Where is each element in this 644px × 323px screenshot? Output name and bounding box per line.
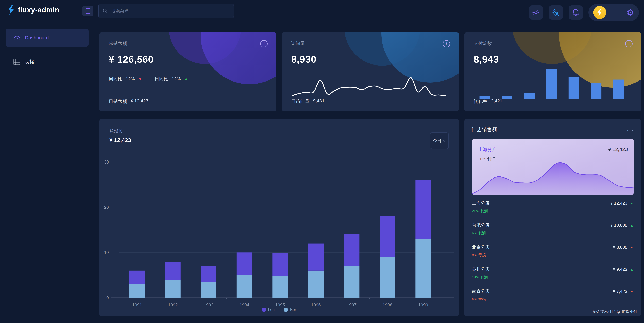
topbar: fluxy-admin bbox=[0, 0, 644, 22]
collapse-menu-button[interactable] bbox=[82, 6, 94, 16]
store-value: ¥ 12,423 bbox=[608, 146, 628, 152]
trend-icon: ▲ bbox=[630, 201, 634, 205]
payments-card: i 支付笔数 8,943 转化率 2,421 bbox=[464, 32, 641, 112]
day-on-day-metric: 日同比 12% ▲ bbox=[155, 76, 188, 82]
avatar[interactable] bbox=[593, 6, 606, 19]
sidebar: Dashboard 表格 bbox=[0, 22, 94, 323]
sun-icon bbox=[532, 9, 540, 16]
total-growth-card: 总增长 ¥ 12,423 今日 302010019911992199319941… bbox=[99, 119, 459, 316]
legend-item-lon[interactable]: Lon bbox=[262, 307, 274, 312]
svg-text:A: A bbox=[556, 12, 559, 17]
svg-text:10: 10 bbox=[104, 250, 109, 255]
sidebar-item-label: Dashboard bbox=[25, 35, 49, 41]
trend-icon: ▲ bbox=[630, 223, 634, 227]
translate-icon: 文 A bbox=[552, 9, 560, 17]
trend-icon: ▲ bbox=[630, 267, 634, 271]
store-row[interactable]: 北京分店 ¥ 8,000▼ 8% 亏损 bbox=[472, 240, 634, 262]
total-sales-card: i 总销售额 ¥ 126,560 周同比 12% ▼ 日同比 12% ▲ 日销售… bbox=[99, 32, 276, 112]
svg-text:1993: 1993 bbox=[204, 302, 214, 307]
store-row[interactable]: 苏州分店 ¥ 9,423▲ 14% 利润 bbox=[472, 262, 634, 284]
avatar-lightning-icon bbox=[597, 9, 602, 16]
chevron-down-icon bbox=[443, 140, 446, 142]
sidebar-item-label: 表格 bbox=[24, 59, 34, 65]
svg-text:1992: 1992 bbox=[168, 302, 178, 307]
store-list: 上海分店 ¥ 12,423▲ 20% 利润 合肥分店 ¥ 10,000▲ 6% … bbox=[472, 196, 634, 306]
visits-card: i 访问量 8,930 日访问量 9,431 bbox=[282, 32, 459, 112]
brand-name: fluxy-admin bbox=[18, 6, 60, 14]
svg-text:20: 20 bbox=[104, 205, 109, 210]
legend-swatch bbox=[284, 308, 288, 311]
svg-text:1996: 1996 bbox=[311, 302, 321, 307]
growth-title: 总增长 bbox=[110, 128, 449, 134]
stat-title: 访问量 bbox=[291, 41, 450, 47]
store-name: 上海分店 bbox=[478, 146, 497, 153]
store-sales-panel: 门店销售额 ··· 上海分店 ¥ 12,423 20% 利润 上海分店 ¥ 12… bbox=[464, 119, 641, 316]
stat-footer: 日访问量 9,431 bbox=[291, 93, 450, 104]
stacked-bar-chart: 3020100199119921993199419951996199719981… bbox=[99, 153, 459, 310]
sales-metrics: 周同比 12% ▼ 日同比 12% ▲ bbox=[109, 76, 267, 82]
info-icon[interactable]: i bbox=[625, 40, 632, 48]
store-row[interactable]: 南京分店 ¥ 7,423▼ 6% 亏损 bbox=[472, 284, 634, 306]
trend-icon: ▼ bbox=[138, 77, 142, 81]
panel-title: 门店销售额 bbox=[472, 126, 497, 133]
week-on-week-metric: 周同比 12% ▼ bbox=[109, 76, 142, 82]
topbar-actions: 文 A ⚙ bbox=[529, 4, 639, 21]
search-input[interactable] bbox=[111, 9, 230, 14]
trend-icon: ▲ bbox=[184, 77, 188, 81]
settings-gear-icon[interactable]: ⚙ bbox=[626, 8, 634, 17]
stat-value: 8,930 bbox=[291, 54, 450, 65]
stat-title: 总销售额 bbox=[109, 41, 267, 47]
legend-item-bor[interactable]: Bor bbox=[284, 307, 296, 312]
store-row[interactable]: 合肥分店 ¥ 10,000▲ 6% 利润 bbox=[472, 218, 634, 240]
svg-text:1991: 1991 bbox=[132, 302, 142, 307]
brand-logo: fluxy-admin bbox=[8, 5, 60, 15]
chart-legend: Lon Bor bbox=[99, 307, 459, 312]
menu-search bbox=[98, 4, 234, 18]
store-note: 14% 利润 bbox=[472, 275, 634, 280]
sidebar-item-table[interactable]: 表格 bbox=[6, 53, 88, 71]
store-note: 6% 亏损 bbox=[472, 297, 634, 302]
trend-icon: ▼ bbox=[630, 245, 634, 249]
svg-text:1995: 1995 bbox=[275, 302, 285, 307]
stat-footer: 日销售额 ¥ 12,423 bbox=[109, 93, 267, 104]
user-settings-pill: ⚙ bbox=[588, 4, 639, 21]
date-range-select[interactable]: 今日 bbox=[430, 132, 449, 149]
store-row[interactable]: 上海分店 ¥ 12,423▲ 20% 利润 bbox=[472, 196, 634, 218]
legend-swatch bbox=[262, 308, 266, 311]
table-icon bbox=[14, 59, 20, 65]
search-icon bbox=[102, 8, 108, 14]
language-switch-button[interactable]: 文 A bbox=[549, 6, 563, 20]
info-icon[interactable]: i bbox=[443, 40, 450, 48]
store-note: 8% 亏损 bbox=[472, 253, 634, 258]
credit-watermark: 掘金技术社区 @ 前端小付 bbox=[592, 309, 637, 314]
bell-icon bbox=[572, 9, 579, 16]
info-icon[interactable]: i bbox=[260, 40, 268, 48]
sidebar-item-dashboard[interactable]: Dashboard bbox=[6, 29, 88, 47]
gauge-icon bbox=[14, 34, 20, 41]
svg-text:1998: 1998 bbox=[382, 302, 392, 307]
theme-toggle-button[interactable] bbox=[529, 6, 543, 20]
svg-text:1994: 1994 bbox=[240, 302, 249, 307]
store-note: 6% 利润 bbox=[472, 230, 634, 236]
stat-footer: 转化率 2,421 bbox=[474, 93, 632, 104]
more-menu-icon[interactable]: ··· bbox=[627, 126, 634, 133]
notifications-button[interactable] bbox=[568, 6, 583, 20]
store-area-chart bbox=[472, 160, 634, 195]
stat-value: 8,943 bbox=[474, 54, 632, 65]
hamburger-icon bbox=[86, 9, 90, 9]
svg-text:0: 0 bbox=[106, 295, 109, 300]
store-note: 20% 利润 bbox=[472, 208, 634, 213]
svg-text:1999: 1999 bbox=[418, 302, 428, 307]
trend-icon: ▼ bbox=[630, 289, 634, 293]
lightning-logo-icon bbox=[8, 5, 15, 15]
featured-store-card[interactable]: 上海分店 ¥ 12,423 20% 利润 bbox=[472, 139, 634, 195]
stat-value: ¥ 126,560 bbox=[109, 54, 267, 65]
svg-text:1997: 1997 bbox=[347, 302, 356, 307]
growth-value: ¥ 12,423 bbox=[110, 137, 449, 143]
stat-title: 支付笔数 bbox=[474, 41, 632, 47]
svg-text:30: 30 bbox=[104, 160, 109, 164]
fluxy-admin-app: fluxy-admin bbox=[0, 0, 644, 323]
